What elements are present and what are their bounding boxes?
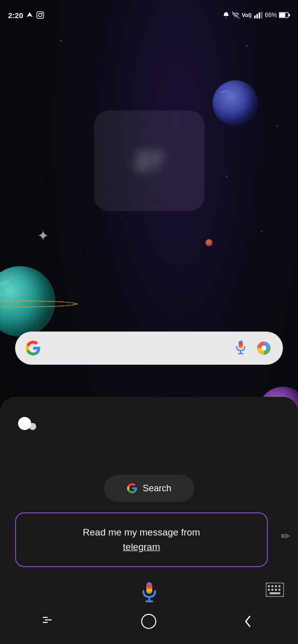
star [276,126,277,127]
svg-rect-4 [256,14,258,19]
google-g-search-icon [127,483,138,494]
navigation-arrow-icon [26,12,33,19]
svg-rect-9 [288,14,290,16]
navigation-bar [0,604,298,644]
svg-rect-22 [278,585,280,587]
battery-icon [279,12,290,18]
star [151,60,151,61]
svg-rect-3 [254,16,256,19]
battery-percent: 66% [265,12,277,19]
sparkle-icon: ✦ [37,228,49,244]
google-g-icon [25,340,41,356]
star [101,100,101,101]
svg-rect-0 [37,12,43,18]
svg-point-1 [39,14,42,17]
star [40,181,41,181]
star [60,40,61,41]
assistant-dot-small [29,423,36,430]
search-button[interactable]: Search [104,475,194,502]
svg-rect-19 [268,585,270,587]
back-button[interactable] [233,611,263,631]
svg-rect-10 [239,341,243,349]
svg-rect-26 [278,589,280,591]
keyboard-icon[interactable] [264,579,286,601]
star [226,176,227,177]
command-box: Read me my message from telegram [15,512,268,567]
svg-point-2 [42,13,43,14]
recents-button[interactable] [35,611,65,631]
planet-blue-top [213,80,258,126]
google-search-bar[interactable] [15,332,283,365]
center-mic-button[interactable] [136,580,162,606]
svg-rect-15 [146,582,152,594]
star [121,216,121,217]
svg-rect-8 [279,13,285,17]
svg-rect-28 [43,617,48,618]
star [80,251,81,252]
status-right: Vol) 66% [223,12,290,19]
svg-point-31 [142,614,156,628]
svg-rect-23 [268,589,270,591]
star [261,231,262,232]
svg-rect-27 [269,592,280,594]
star [246,45,247,46]
command-text: Read me my message from telegram [83,525,200,554]
google-lens-icon[interactable] [255,339,273,357]
mic-icon[interactable] [233,340,249,356]
home-button[interactable] [134,611,164,631]
edit-icon[interactable]: ✏ [281,530,290,543]
time-display: 2:20 [8,11,23,20]
alarm-icon [223,12,230,19]
assistant-dots [18,417,36,430]
search-button-label: Search [143,483,171,494]
svg-rect-6 [261,12,262,19]
star [191,90,191,91]
svg-rect-5 [259,13,260,19]
signal-icon [254,12,263,19]
status-bar: 2:20 Vol) 66% [0,0,298,26]
svg-rect-29 [45,619,52,620]
wifi-icon [232,12,240,19]
svg-point-14 [261,346,266,351]
widget-blur: 27 [94,111,205,211]
lte-indicator: Vol) [242,12,252,18]
command-line2: telegram [123,542,160,552]
svg-rect-30 [43,622,48,623]
status-left: 2:20 [8,11,44,20]
svg-rect-21 [275,585,277,587]
command-line1: Read me my message from [83,527,200,538]
svg-rect-20 [271,585,273,587]
svg-rect-24 [271,589,273,591]
svg-rect-25 [275,589,277,591]
instagram-icon [36,11,44,19]
dot-planet [206,239,213,246]
